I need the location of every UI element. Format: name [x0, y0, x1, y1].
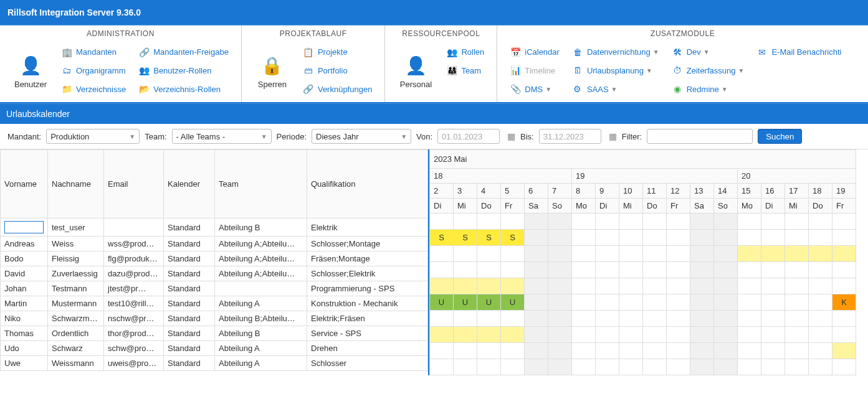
- team-combo[interactable]: - Alle Teams -▼: [172, 129, 272, 144]
- calendar-cell[interactable]: [667, 246, 690, 262]
- calendar-cell[interactable]: [454, 214, 477, 230]
- calendar-cell[interactable]: [619, 278, 643, 294]
- calendar-cell[interactable]: [619, 294, 643, 311]
- calendar-cell[interactable]: [454, 359, 477, 375]
- calendar-cell[interactable]: [785, 262, 809, 278]
- calendar-cell[interactable]: [548, 294, 572, 311]
- cell-vorname[interactable]: Udo: [1, 341, 48, 356]
- calendar-cell[interactable]: [596, 359, 619, 375]
- col-kalender[interactable]: Kalender: [164, 150, 215, 218]
- calendar-cell[interactable]: [501, 343, 525, 359]
- cell-vorname[interactable]: Johan: [1, 281, 48, 296]
- calendar-cell[interactable]: [477, 246, 501, 262]
- calendar-cell[interactable]: [596, 230, 619, 246]
- calendar-icon[interactable]: ▦: [507, 131, 515, 141]
- calendar-cell[interactable]: [667, 343, 690, 359]
- calendar-cell[interactable]: [832, 327, 856, 343]
- calendar-cell[interactable]: [430, 327, 454, 343]
- calendar-cell[interactable]: [454, 311, 477, 327]
- calendar-cell[interactable]: [785, 246, 809, 262]
- calendar-cell[interactable]: [501, 246, 525, 262]
- cell-nachname[interactable]: Weissmann: [48, 356, 104, 371]
- cell-kalender[interactable]: Standard: [164, 326, 215, 341]
- col-email[interactable]: Email: [104, 150, 164, 218]
- cell-team[interactable]: Abteilung A;Abteilu…: [215, 266, 307, 281]
- cell-kalender[interactable]: Standard: [164, 251, 215, 266]
- cell-nachname[interactable]: Testmann: [48, 281, 104, 296]
- calendar-cell[interactable]: [690, 294, 714, 311]
- calendar-cell[interactable]: [572, 343, 596, 359]
- cell-email[interactable]: schw@pro…: [104, 341, 164, 356]
- cell-team[interactable]: Abteilung B: [215, 326, 307, 341]
- calendar-cell[interactable]: [477, 262, 501, 278]
- table-row[interactable]: UdoSchwarzschw@pro…StandardAbteilung ADr…: [1, 341, 428, 356]
- calendar-cell[interactable]: [785, 327, 809, 343]
- cell-kalender[interactable]: Standard: [164, 281, 215, 296]
- calendar-cell[interactable]: [548, 343, 572, 359]
- col-team[interactable]: Team: [215, 150, 307, 218]
- calendar-cell[interactable]: [548, 230, 572, 246]
- verzeichnis-rollen-button[interactable]: 📂Verzeichnis-Rollen: [135, 82, 232, 96]
- calendar-cell[interactable]: [454, 327, 477, 343]
- cell-vorname[interactable]: Andreas: [1, 237, 48, 251]
- calendar-cell[interactable]: [596, 327, 619, 343]
- table-row[interactable]: BodoFleissigflg@produk…StandardAbteilung…: [1, 251, 428, 266]
- mandanten-button[interactable]: 🏢Mandanten: [57, 45, 130, 59]
- projekte-button[interactable]: 📋Projekte: [299, 45, 376, 59]
- calendar-cell[interactable]: [738, 294, 761, 311]
- calendar-cell[interactable]: [596, 246, 619, 262]
- calendar-cell[interactable]: [619, 311, 643, 327]
- cell-nachname[interactable]: Schwarz: [48, 341, 104, 356]
- calendar-cell[interactable]: [832, 311, 856, 327]
- calendar-cell[interactable]: [501, 359, 525, 375]
- calendar-cell[interactable]: [714, 294, 738, 311]
- cell-qual[interactable]: Schlosser;Elektrik: [307, 266, 428, 281]
- calendar-cell[interactable]: [548, 278, 572, 294]
- calendar-cell[interactable]: [785, 214, 809, 230]
- calendar-cell[interactable]: [832, 214, 856, 230]
- calendar-cell[interactable]: [738, 311, 761, 327]
- calendar-cell[interactable]: [643, 262, 667, 278]
- calendar-cell[interactable]: [761, 246, 785, 262]
- calendar-cell[interactable]: [809, 262, 832, 278]
- calendar-cell[interactable]: [714, 278, 738, 294]
- cell-email[interactable]: nschw@pr…: [104, 311, 164, 326]
- calendar-cell[interactable]: [761, 214, 785, 230]
- calendar-cell[interactable]: [667, 262, 690, 278]
- calendar-cell[interactable]: [548, 246, 572, 262]
- mandanten-freigabe-button[interactable]: 🔗Mandanten-Freigabe: [135, 45, 232, 59]
- calendar-cell[interactable]: [761, 311, 785, 327]
- cell-kalender[interactable]: Standard: [164, 237, 215, 251]
- calendar-cell[interactable]: [809, 294, 832, 311]
- email-benachrichtigung-button[interactable]: ✉E-Mail Benachrichti: [753, 45, 845, 59]
- cell-team[interactable]: Abteilung A: [215, 356, 307, 371]
- cell-team[interactable]: Abteilung A: [215, 341, 307, 356]
- calendar-cell[interactable]: [572, 230, 596, 246]
- calendar-cell[interactable]: [619, 262, 643, 278]
- calendar-cell[interactable]: K: [832, 294, 856, 311]
- calendar-cell[interactable]: [525, 359, 548, 375]
- calendar-cell[interactable]: [714, 359, 738, 375]
- cell-qual[interactable]: Elektrik;Fräsen: [307, 311, 428, 326]
- cell-vorname[interactable]: Martin: [1, 296, 48, 311]
- cell-nachname[interactable]: Zuverlaessig: [48, 266, 104, 281]
- calendar-cell[interactable]: [501, 278, 525, 294]
- calendar-cell[interactable]: [738, 278, 761, 294]
- filter-input[interactable]: [647, 129, 753, 144]
- calendar-cell[interactable]: S: [501, 230, 525, 246]
- calendar-cell[interactable]: [832, 246, 856, 262]
- calendar-cell[interactable]: [619, 327, 643, 343]
- cell-qual[interactable]: Programmierung - SPS: [307, 281, 428, 296]
- calendar-cell[interactable]: [548, 359, 572, 375]
- calendar-cell[interactable]: [714, 327, 738, 343]
- cell-vorname[interactable]: Niko: [1, 311, 48, 326]
- calendar-cell[interactable]: [525, 262, 548, 278]
- calendar-cell[interactable]: [714, 214, 738, 230]
- calendar-cell[interactable]: [643, 359, 667, 375]
- calendar-cell[interactable]: [809, 311, 832, 327]
- portfolio-button[interactable]: 🗃Portfolio: [299, 63, 376, 77]
- calendar-cell[interactable]: [525, 278, 548, 294]
- calendar-cell[interactable]: [643, 246, 667, 262]
- cell-team[interactable]: [215, 281, 307, 296]
- cell-kalender[interactable]: Standard: [164, 311, 215, 326]
